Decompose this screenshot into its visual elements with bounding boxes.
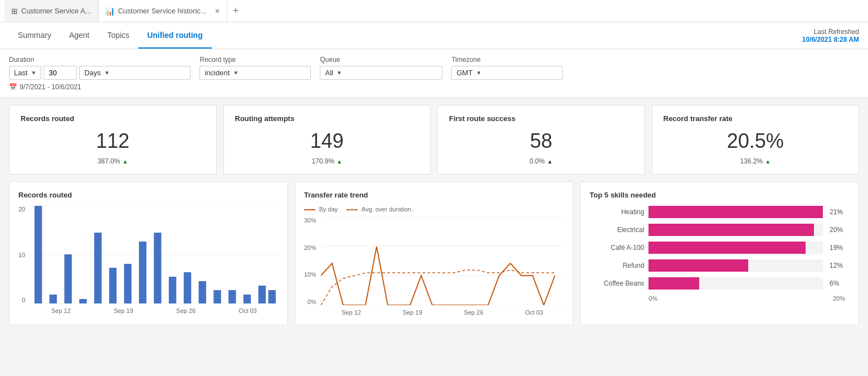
record-type-filter: Record type incident ▼: [199, 56, 311, 80]
chart-row: Records routed 20 10 0: [9, 181, 859, 325]
close-tab-button[interactable]: ✕: [214, 7, 220, 15]
duration-preset-select[interactable]: Last ▼: [9, 66, 41, 80]
top5-skills-card: Top 5 skills needed Heating 21% Electric…: [580, 181, 859, 325]
record-type-select[interactable]: incident ▼: [199, 66, 311, 80]
tab-agent[interactable]: Agent: [60, 22, 99, 49]
nav-tabs: Summary Agent Topics Unified routing Las…: [0, 22, 868, 49]
chevron-down-icon-5: ▼: [476, 70, 481, 76]
y-label-20: 20: [18, 206, 25, 213]
hbar-row-heating: Heating 21%: [594, 206, 845, 218]
kpi-transfer-rate: Record transfer rate 20.5% 136.2% ▲: [652, 105, 860, 175]
hbar-track-cafe: [648, 242, 823, 254]
tab-topics[interactable]: Topics: [99, 22, 139, 49]
arrow-up-icon-4: ▲: [765, 158, 771, 165]
hbar-fill-coffee-beans: [648, 277, 699, 290]
line-x-sep19: Sep 19: [403, 309, 422, 316]
record-type-value: incident: [204, 69, 230, 77]
line-x-sep26: Sep 26: [464, 309, 484, 316]
kpi-row: Records routed 112 387.0% ▲ Routing atte…: [9, 105, 859, 175]
tab-unified-routing[interactable]: Unified routing: [138, 22, 212, 49]
timezone-select[interactable]: GMT ▼: [451, 66, 563, 80]
last-refreshed-value: 10/6/2021 8:28 AM: [802, 36, 859, 44]
x-label-sep26: Sep 26: [176, 307, 196, 314]
line-y-axis: 30% 20% 10% 0%: [304, 217, 319, 305]
line-chart-legend: By day Avg. over duration.: [304, 206, 564, 213]
records-routed-chart-card: Records routed 20 10 0: [9, 181, 288, 325]
hbar-track-heating: [648, 206, 823, 218]
hbar-pct-heating: 21%: [830, 208, 845, 216]
line-y-0: 0%: [308, 298, 316, 305]
duration-unit-select[interactable]: Days ▼: [79, 66, 191, 80]
svg-rect-19: [269, 290, 276, 303]
hbar-row-coffee-beans: Coffee Beans 6%: [594, 277, 845, 290]
hbar-label-electrical: Electrical: [594, 226, 644, 234]
tab-summary[interactable]: Summary: [9, 22, 60, 49]
browser-tab-2[interactable]: 📊 Customer Service historic... ✕: [99, 0, 227, 22]
kpi-first-route-success-change: 0.0%: [530, 157, 545, 165]
bar-chart-area: Sep 12 Sep 19 Sep 26 Oct 03: [30, 206, 278, 314]
line-y-10: 10%: [304, 271, 316, 278]
y-label-10: 10: [18, 252, 25, 258]
hbar-pct-refund: 12%: [830, 262, 845, 269]
chevron-down-icon: ▼: [31, 70, 37, 76]
svg-rect-7: [94, 233, 101, 303]
line-y-30: 30%: [304, 217, 316, 224]
add-tab-button[interactable]: +: [227, 5, 245, 17]
kpi-routing-attempts-value: 149: [235, 129, 420, 153]
arrow-up-icon-1: ▲: [123, 158, 128, 165]
svg-rect-8: [109, 268, 116, 303]
bar-chart-svg: [30, 206, 278, 303]
hbar-label-coffee-beans: Coffee Beans: [594, 279, 644, 287]
hbar-label-cafe: Café A-100: [594, 244, 644, 252]
duration-filter: Duration Last ▼ Days ▼: [9, 56, 191, 80]
hbar-chart: Heating 21% Electrical 20% Café A-10: [589, 206, 850, 302]
chevron-down-icon-2: ▼: [104, 70, 110, 76]
legend-solid: By day: [304, 206, 338, 213]
hbar-fill-refund: [648, 259, 748, 272]
main-content: Records routed 112 387.0% ▲ Routing atte…: [0, 98, 868, 332]
calendar-icon: 📅: [9, 83, 17, 91]
hbar-pct-coffee-beans: 6%: [830, 279, 845, 287]
transfer-rate-chart-card: Transfer rate trend By day Avg. over dur…: [295, 181, 574, 325]
svg-rect-18: [259, 286, 266, 303]
kpi-first-route-success: First route success 58 0.0% ▲: [437, 105, 645, 175]
kpi-records-routed-title: Records routed: [21, 114, 205, 123]
timezone-filter: Timezone GMT ▼: [451, 56, 563, 80]
svg-rect-4: [50, 295, 57, 303]
filters-bar: Duration Last ▼ Days ▼ Record type incid…: [0, 49, 868, 98]
hbar-track-coffee-beans: [648, 277, 823, 290]
kpi-first-route-success-title: First route success: [449, 114, 633, 123]
tab1-icon: ⊞: [11, 7, 18, 16]
queue-select[interactable]: All ▼: [320, 66, 442, 80]
hbar-axis-min: 0%: [648, 295, 657, 302]
records-routed-chart-title: Records routed: [18, 191, 279, 199]
svg-rect-14: [199, 281, 206, 303]
line-y-20: 20%: [304, 244, 316, 251]
duration-preset-value: Last: [14, 69, 28, 77]
duration-unit-value: Days: [84, 69, 101, 77]
tab2-icon: 📊: [105, 7, 115, 16]
duration-label: Duration: [9, 56, 191, 64]
line-x-sep12: Sep 12: [342, 309, 361, 316]
hbar-axis-max: 20%: [833, 295, 845, 302]
hbar-fill-cafe: [648, 242, 805, 254]
hbar-pct-electrical: 20%: [830, 226, 845, 234]
svg-rect-15: [214, 290, 221, 303]
duration-value-input[interactable]: [43, 66, 77, 80]
x-label-sep19: Sep 19: [114, 307, 133, 314]
x-label-oct03: Oct 03: [239, 307, 257, 314]
date-range-text: 9/7/2021 - 10/6/2021: [19, 83, 81, 91]
kpi-records-routed: Records routed 112 387.0% ▲: [9, 105, 217, 175]
hbar-pct-cafe: 19%: [830, 244, 845, 252]
tab1-label: Customer Service A...: [21, 7, 91, 15]
hbar-label-refund: Refund: [594, 262, 644, 269]
hbar-row-electrical: Electrical 20%: [594, 224, 845, 236]
record-type-label: Record type: [199, 56, 311, 64]
chevron-down-icon-3: ▼: [233, 70, 238, 76]
hbar-fill-heating: [648, 206, 823, 218]
last-refreshed: Last Refreshed 10/6/2021 8:28 AM: [802, 28, 859, 44]
top5-skills-title: Top 5 skills needed: [589, 191, 850, 199]
browser-tab-1[interactable]: ⊞ Customer Service A...: [4, 0, 99, 22]
transfer-rate-chart-title: Transfer rate trend: [304, 191, 564, 199]
hbar-row-cafe: Café A-100 19%: [594, 242, 845, 254]
